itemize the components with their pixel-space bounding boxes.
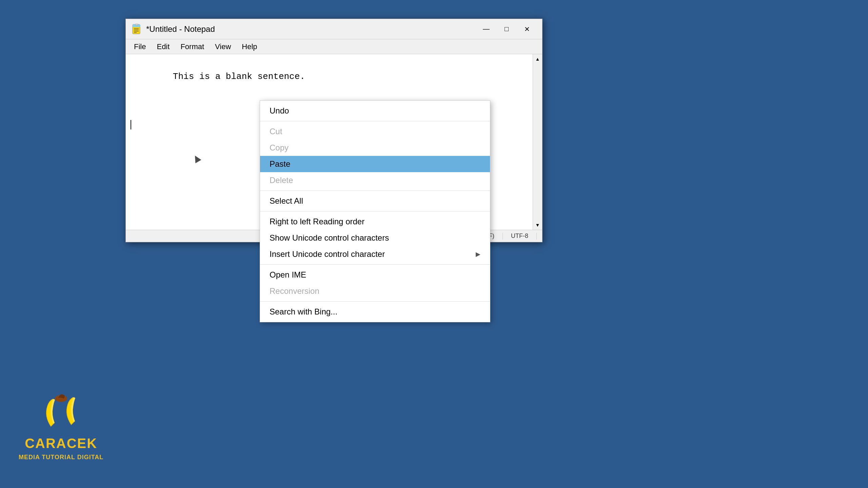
close-button[interactable]: ✕ [517,23,537,36]
ctx-sep-1 [260,121,490,121]
menu-bar: File Edit Format View Help [126,39,542,54]
banana-logo-icon [37,392,85,433]
encoding: UTF-8 [511,232,528,240]
ctx-rtl[interactable]: Right to left Reading order [260,214,490,230]
menu-view[interactable]: View [210,40,236,53]
ctx-copy: Copy [260,140,490,156]
title-bar-buttons: — □ ✕ [476,23,537,36]
scroll-down-arrow[interactable]: ▼ [533,220,542,230]
maximize-button[interactable]: □ [497,23,516,36]
ctx-sep-2 [260,190,490,191]
ctx-insert-unicode[interactable]: Insert Unicode control character ▶ [260,246,490,262]
title-bar: *Untitled - Notepad — □ ✕ [126,19,542,39]
ctx-paste[interactable]: Paste [260,156,490,172]
ctx-sep-5 [260,301,490,302]
ctx-sep-3 [260,211,490,211]
ctx-open-ime[interactable]: Open IME [260,267,490,283]
ctx-delete: Delete [260,172,490,188]
menu-edit[interactable]: Edit [151,40,175,53]
window-title: *Untitled - Notepad [146,24,476,34]
menu-file[interactable]: File [129,40,151,53]
status-divider [502,233,503,240]
vertical-scrollbar[interactable]: ▲ ▼ [533,54,542,230]
ctx-cut: Cut [260,123,490,140]
text-content-line1: This is a blank sentence. [173,72,305,82]
scroll-up-arrow[interactable]: ▲ [533,54,542,64]
context-menu: Undo Cut Copy Paste Delete Select All Ri… [260,100,490,322]
menu-format[interactable]: Format [175,40,210,53]
ctx-undo[interactable]: Undo [260,103,490,119]
minimize-button[interactable]: — [476,23,496,36]
status-divider-2 [536,233,537,240]
notepad-window: *Untitled - Notepad — □ ✕ File Edit Form… [125,19,542,242]
desktop: *Untitled - Notepad — □ ✕ File Edit Form… [0,0,868,488]
notepad-icon [131,24,142,35]
logo-watermark: CARACEK MEDIA TUTORIAL DIGITAL [19,392,103,461]
logo-brand: CARACEK [25,436,97,451]
ctx-sep-4 [260,264,490,265]
ctx-show-unicode[interactable]: Show Unicode control characters [260,230,490,246]
ctx-select-all[interactable]: Select All [260,193,490,209]
ctx-reconversion: Reconversion [260,283,490,299]
svg-rect-6 [135,24,138,25]
ctx-search-bing[interactable]: Search with Bing... [260,304,490,320]
submenu-arrow: ▶ [476,250,480,258]
logo-subtitle: MEDIA TUTORIAL DIGITAL [19,454,103,461]
menu-help[interactable]: Help [236,40,262,53]
